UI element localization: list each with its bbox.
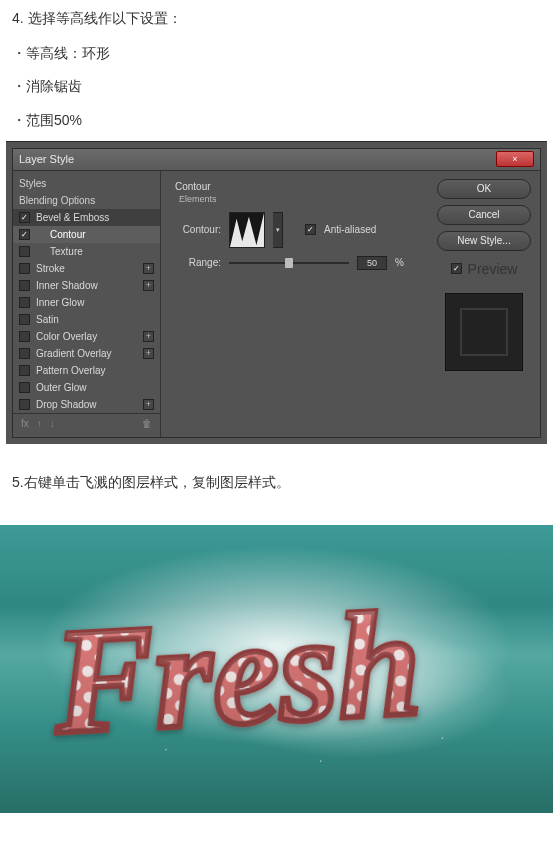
arrow-down-icon[interactable]: ↓ — [50, 418, 55, 429]
checkbox-icon[interactable] — [19, 246, 30, 257]
anti-aliased-label: Anti-aliased — [324, 224, 376, 235]
sidebar-item-contour[interactable]: Contour — [13, 226, 160, 243]
fresh-highlight: Fresh — [48, 580, 424, 765]
sidebar-footer: fx ↑ ↓ 🗑 — [13, 413, 160, 433]
result-image: Fresh Fresh — [0, 525, 553, 813]
checkbox-icon[interactable] — [19, 382, 30, 393]
sidebar-item-color-overlay[interactable]: Color Overlay+ — [13, 328, 160, 345]
checkbox-icon[interactable] — [19, 280, 30, 291]
anti-aliased-checkbox[interactable] — [305, 224, 316, 235]
sidebar-item-inner-glow[interactable]: Inner Glow — [13, 294, 160, 311]
sidebar-item-drop-shadow[interactable]: Drop Shadow+ — [13, 396, 160, 413]
plus-icon[interactable]: + — [143, 399, 154, 410]
sidebar-item-pattern-overlay[interactable]: Pattern Overlay — [13, 362, 160, 379]
panel-title: Contour — [175, 181, 418, 192]
sidebar-item-bevel-emboss[interactable]: Bevel & Emboss — [13, 209, 160, 226]
range-label: Range: — [175, 257, 221, 268]
layer-style-screenshot: Layer Style × Styles Blending Options Be… — [6, 141, 547, 444]
checkbox-icon[interactable] — [19, 229, 30, 240]
plus-icon[interactable]: + — [143, 263, 154, 274]
new-style-button[interactable]: New Style... — [437, 231, 531, 251]
sidebar-item-outer-glow[interactable]: Outer Glow — [13, 379, 160, 396]
sidebar-item-satin[interactable]: Satin — [13, 311, 160, 328]
sidebar-item-styles[interactable]: Styles — [13, 175, 160, 192]
range-unit: % — [395, 257, 404, 268]
checkbox-icon[interactable] — [19, 399, 30, 410]
preview-checkbox[interactable] — [451, 263, 462, 274]
dialog-titlebar[interactable]: Layer Style × — [13, 149, 540, 171]
arrow-up-icon[interactable]: ↑ — [37, 418, 42, 429]
dialog-buttons: OK Cancel New Style... Preview — [432, 171, 540, 437]
plus-icon[interactable]: + — [143, 348, 154, 359]
step-4-bullet-contour: 等高线：环形 — [0, 41, 553, 74]
preview-label: Preview — [468, 261, 518, 277]
step-4-bullet-antialias: 消除锯齿 — [0, 74, 553, 107]
checkbox-icon[interactable] — [19, 365, 30, 376]
checkbox-icon[interactable] — [19, 212, 30, 223]
panel-subtitle: Elements — [175, 194, 418, 204]
plus-icon[interactable]: + — [143, 331, 154, 342]
contour-picker[interactable] — [229, 212, 265, 248]
cancel-button[interactable]: Cancel — [437, 205, 531, 225]
sidebar-item-stroke[interactable]: Stroke+ — [13, 260, 160, 277]
layer-style-dialog: Layer Style × Styles Blending Options Be… — [12, 148, 541, 438]
close-icon[interactable]: × — [496, 151, 534, 167]
sidebar-item-inner-shadow[interactable]: Inner Shadow+ — [13, 277, 160, 294]
styles-sidebar: Styles Blending Options Bevel & Emboss C… — [13, 171, 161, 437]
fx-icon[interactable]: fx — [21, 418, 29, 429]
fresh-text-art: Fresh Fresh — [42, 563, 512, 783]
sidebar-item-gradient-overlay[interactable]: Gradient Overlay+ — [13, 345, 160, 362]
ring-contour-icon — [230, 213, 264, 247]
range-input[interactable]: 50 — [357, 256, 387, 270]
trash-icon[interactable]: 🗑 — [142, 418, 152, 429]
sidebar-item-blending-options[interactable]: Blending Options — [13, 192, 160, 209]
step-4-bullet-range: 范围50% — [0, 108, 553, 141]
checkbox-icon[interactable] — [19, 263, 30, 274]
step-4-title: 4. 选择等高线作以下设置： — [0, 0, 553, 41]
plus-icon[interactable]: + — [143, 280, 154, 291]
step-5-title: 5.右键单击飞溅的图层样式，复制图层样式。 — [0, 464, 553, 505]
contour-panel: Contour Elements Contour: ▾ — [161, 171, 432, 437]
checkbox-icon[interactable] — [19, 297, 30, 308]
preview-swatch — [445, 293, 523, 371]
checkbox-icon[interactable] — [19, 331, 30, 342]
contour-label: Contour: — [175, 224, 221, 235]
range-slider[interactable] — [229, 257, 349, 269]
dialog-title: Layer Style — [19, 153, 496, 165]
sidebar-item-texture[interactable]: Texture — [13, 243, 160, 260]
checkbox-icon[interactable] — [19, 348, 30, 359]
chevron-down-icon[interactable]: ▾ — [273, 212, 283, 248]
ok-button[interactable]: OK — [437, 179, 531, 199]
checkbox-icon[interactable] — [19, 314, 30, 325]
